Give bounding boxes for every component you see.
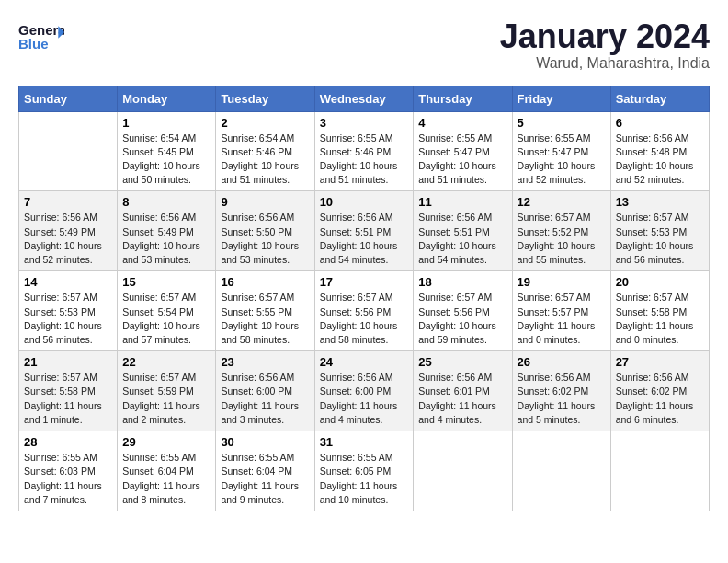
- day-number: 17: [320, 275, 409, 289]
- calendar-week-row: 28Sunrise: 6:55 AM Sunset: 6:03 PM Dayli…: [19, 431, 710, 511]
- calendar-cell: 22Sunrise: 6:57 AM Sunset: 5:59 PM Dayli…: [118, 351, 216, 431]
- weekday-header-row: SundayMondayTuesdayWednesdayThursdayFrid…: [19, 86, 710, 111]
- calendar-cell: 30Sunrise: 6:55 AM Sunset: 6:04 PM Dayli…: [216, 431, 314, 511]
- calendar-cell: 8Sunrise: 6:56 AM Sunset: 5:49 PM Daylig…: [118, 191, 216, 271]
- day-info: Sunrise: 6:56 AM Sunset: 5:51 PM Dayligh…: [320, 211, 409, 267]
- calendar-cell: 28Sunrise: 6:55 AM Sunset: 6:03 PM Dayli…: [19, 431, 118, 511]
- location-title: Warud, Maharashtra, India: [500, 55, 710, 72]
- calendar-week-row: 21Sunrise: 6:57 AM Sunset: 5:58 PM Dayli…: [19, 351, 710, 431]
- day-info: Sunrise: 6:56 AM Sunset: 6:02 PM Dayligh…: [616, 371, 704, 427]
- calendar-cell: 3Sunrise: 6:55 AM Sunset: 5:46 PM Daylig…: [314, 111, 414, 191]
- day-info: Sunrise: 6:57 AM Sunset: 5:58 PM Dayligh…: [616, 291, 704, 347]
- day-info: Sunrise: 6:57 AM Sunset: 5:53 PM Dayligh…: [616, 211, 704, 267]
- calendar-cell: 11Sunrise: 6:56 AM Sunset: 5:51 PM Dayli…: [414, 191, 512, 271]
- day-number: 18: [418, 275, 506, 289]
- day-number: 6: [616, 116, 704, 130]
- day-info: Sunrise: 6:56 AM Sunset: 5:49 PM Dayligh…: [122, 211, 210, 267]
- day-info: Sunrise: 6:55 AM Sunset: 6:04 PM Dayligh…: [122, 451, 210, 507]
- calendar-cell: 19Sunrise: 6:57 AM Sunset: 5:57 PM Dayli…: [512, 271, 610, 351]
- day-info: Sunrise: 6:57 AM Sunset: 5:52 PM Dayligh…: [518, 211, 606, 267]
- calendar-cell: 5Sunrise: 6:55 AM Sunset: 5:47 PM Daylig…: [512, 111, 610, 191]
- weekday-header: Sunday: [19, 86, 118, 111]
- day-info: Sunrise: 6:55 AM Sunset: 6:05 PM Dayligh…: [320, 451, 409, 507]
- calendar-cell: 16Sunrise: 6:57 AM Sunset: 5:55 PM Dayli…: [216, 271, 314, 351]
- calendar-cell: 13Sunrise: 6:57 AM Sunset: 5:53 PM Dayli…: [610, 191, 709, 271]
- weekday-header: Wednesday: [314, 86, 414, 111]
- calendar-cell: 1Sunrise: 6:54 AM Sunset: 5:45 PM Daylig…: [118, 111, 216, 191]
- calendar-week-row: 7Sunrise: 6:56 AM Sunset: 5:49 PM Daylig…: [19, 191, 710, 271]
- calendar-cell: 29Sunrise: 6:55 AM Sunset: 6:04 PM Dayli…: [118, 431, 216, 511]
- day-number: 2: [221, 116, 309, 130]
- calendar-week-row: 14Sunrise: 6:57 AM Sunset: 5:53 PM Dayli…: [19, 271, 710, 351]
- calendar-cell: [610, 431, 709, 511]
- day-info: Sunrise: 6:55 AM Sunset: 6:03 PM Dayligh…: [24, 451, 112, 507]
- title-block: January 2024 Warud, Maharashtra, India: [500, 18, 710, 72]
- day-number: 15: [122, 275, 210, 289]
- day-number: 7: [24, 195, 112, 209]
- day-number: 31: [320, 435, 409, 449]
- day-info: Sunrise: 6:54 AM Sunset: 5:46 PM Dayligh…: [221, 132, 309, 188]
- day-number: 9: [221, 195, 309, 209]
- day-info: Sunrise: 6:55 AM Sunset: 5:47 PM Dayligh…: [418, 132, 506, 188]
- day-info: Sunrise: 6:56 AM Sunset: 6:01 PM Dayligh…: [418, 371, 506, 427]
- day-info: Sunrise: 6:55 AM Sunset: 6:04 PM Dayligh…: [221, 451, 309, 507]
- calendar-cell: [512, 431, 610, 511]
- day-info: Sunrise: 6:56 AM Sunset: 5:50 PM Dayligh…: [221, 211, 309, 267]
- day-info: Sunrise: 6:55 AM Sunset: 5:46 PM Dayligh…: [320, 132, 409, 188]
- day-info: Sunrise: 6:57 AM Sunset: 5:53 PM Dayligh…: [24, 291, 112, 347]
- calendar-cell: 27Sunrise: 6:56 AM Sunset: 6:02 PM Dayli…: [610, 351, 709, 431]
- calendar-cell: 23Sunrise: 6:56 AM Sunset: 6:00 PM Dayli…: [216, 351, 314, 431]
- calendar-cell: 31Sunrise: 6:55 AM Sunset: 6:05 PM Dayli…: [314, 431, 414, 511]
- day-info: Sunrise: 6:57 AM Sunset: 5:54 PM Dayligh…: [122, 291, 210, 347]
- day-info: Sunrise: 6:57 AM Sunset: 5:55 PM Dayligh…: [221, 291, 309, 347]
- day-info: Sunrise: 6:56 AM Sunset: 6:02 PM Dayligh…: [518, 371, 606, 427]
- calendar-cell: 15Sunrise: 6:57 AM Sunset: 5:54 PM Dayli…: [118, 271, 216, 351]
- weekday-header: Friday: [512, 86, 610, 111]
- day-number: 19: [518, 275, 606, 289]
- calendar-cell: 17Sunrise: 6:57 AM Sunset: 5:56 PM Dayli…: [314, 271, 414, 351]
- day-number: 16: [221, 275, 309, 289]
- day-number: 21: [24, 355, 112, 369]
- day-info: Sunrise: 6:56 AM Sunset: 5:48 PM Dayligh…: [616, 132, 704, 188]
- day-number: 11: [418, 195, 506, 209]
- day-number: 5: [518, 116, 606, 130]
- day-number: 1: [122, 116, 210, 130]
- day-info: Sunrise: 6:57 AM Sunset: 5:56 PM Dayligh…: [320, 291, 409, 347]
- day-info: Sunrise: 6:56 AM Sunset: 5:51 PM Dayligh…: [418, 211, 506, 267]
- calendar-cell: 21Sunrise: 6:57 AM Sunset: 5:58 PM Dayli…: [19, 351, 118, 431]
- calendar-cell: 14Sunrise: 6:57 AM Sunset: 5:53 PM Dayli…: [19, 271, 118, 351]
- day-number: 30: [221, 435, 309, 449]
- calendar-cell: 18Sunrise: 6:57 AM Sunset: 5:56 PM Dayli…: [414, 271, 512, 351]
- calendar-cell: 25Sunrise: 6:56 AM Sunset: 6:01 PM Dayli…: [414, 351, 512, 431]
- day-number: 27: [616, 355, 704, 369]
- day-number: 10: [320, 195, 409, 209]
- calendar-cell: 6Sunrise: 6:56 AM Sunset: 5:48 PM Daylig…: [610, 111, 709, 191]
- day-number: 8: [122, 195, 210, 209]
- day-number: 24: [320, 355, 409, 369]
- weekday-header: Monday: [118, 86, 216, 111]
- weekday-header: Saturday: [610, 86, 709, 111]
- day-number: 3: [320, 116, 409, 130]
- calendar-table: SundayMondayTuesdayWednesdayThursdayFrid…: [18, 86, 710, 511]
- day-info: Sunrise: 6:56 AM Sunset: 5:49 PM Dayligh…: [24, 211, 112, 267]
- day-number: 12: [518, 195, 606, 209]
- calendar-cell: 7Sunrise: 6:56 AM Sunset: 5:49 PM Daylig…: [19, 191, 118, 271]
- calendar-cell: 26Sunrise: 6:56 AM Sunset: 6:02 PM Dayli…: [512, 351, 610, 431]
- weekday-header: Tuesday: [216, 86, 314, 111]
- day-number: 20: [616, 275, 704, 289]
- day-info: Sunrise: 6:57 AM Sunset: 5:56 PM Dayligh…: [418, 291, 506, 347]
- day-number: 26: [518, 355, 606, 369]
- page-header: General Blue January 2024 Warud, Maharas…: [18, 18, 710, 72]
- month-title: January 2024: [500, 18, 710, 55]
- calendar-cell: 24Sunrise: 6:56 AM Sunset: 6:00 PM Dayli…: [314, 351, 414, 431]
- calendar-cell: [414, 431, 512, 511]
- day-info: Sunrise: 6:57 AM Sunset: 5:58 PM Dayligh…: [24, 371, 112, 427]
- logo-icon: General Blue: [18, 18, 64, 55]
- day-info: Sunrise: 6:57 AM Sunset: 5:57 PM Dayligh…: [518, 291, 606, 347]
- svg-text:Blue: Blue: [18, 36, 49, 52]
- calendar-cell: 10Sunrise: 6:56 AM Sunset: 5:51 PM Dayli…: [314, 191, 414, 271]
- day-info: Sunrise: 6:57 AM Sunset: 5:59 PM Dayligh…: [122, 371, 210, 427]
- calendar-cell: [19, 111, 118, 191]
- day-number: 4: [418, 116, 506, 130]
- calendar-cell: 9Sunrise: 6:56 AM Sunset: 5:50 PM Daylig…: [216, 191, 314, 271]
